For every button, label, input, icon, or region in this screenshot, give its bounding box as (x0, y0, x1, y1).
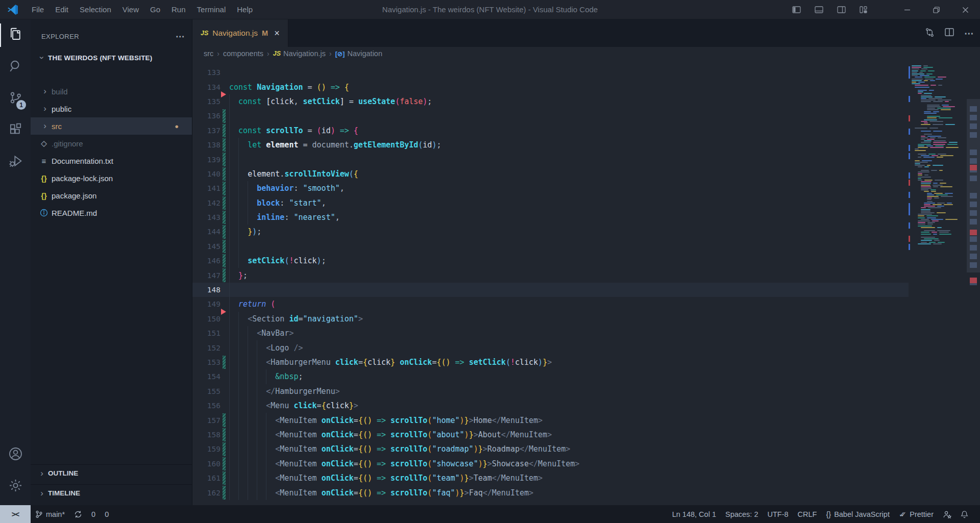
close-button[interactable] (951, 0, 980, 19)
status-sync-button[interactable] (69, 505, 87, 523)
menu-item-selection[interactable]: Selection (74, 0, 117, 19)
code-line-159[interactable]: 159 <MenuItem onClick={() => scrollTo("r… (192, 442, 909, 456)
line-number[interactable]: 136 (192, 112, 220, 120)
line-number[interactable]: 152 (192, 344, 220, 352)
line-number[interactable]: 145 (192, 242, 220, 251)
status-remote-button[interactable]: >< (0, 505, 31, 523)
menu-item-terminal[interactable]: Terminal (191, 0, 232, 19)
tree-item-package-json[interactable]: {}package.json (31, 187, 192, 204)
activity-accounts-button[interactable] (0, 439, 31, 470)
status-feedback[interactable] (938, 505, 956, 523)
line-number[interactable]: 158 (192, 431, 220, 439)
code-line-158[interactable]: 158 <MenuItem onClick={() => scrollTo("a… (192, 428, 909, 442)
line-number[interactable]: 138 (192, 141, 220, 149)
code-line-141[interactable]: 141 behavior: "smooth", (192, 181, 909, 195)
status-formatter[interactable]: ✓✓Prettier (894, 505, 938, 523)
line-number[interactable]: 150 (192, 315, 220, 323)
outline-section-header[interactable]: › OUTLINE (31, 464, 192, 482)
status-language-mode[interactable]: {}Babel JavaScript (821, 505, 894, 523)
line-number[interactable]: 143 (192, 213, 220, 221)
tree-item-public[interactable]: ›public (31, 100, 192, 117)
toggle-secondary-sidebar-icon[interactable] (834, 2, 849, 17)
menu-item-view[interactable]: View (117, 0, 144, 19)
status-indentation[interactable]: Spaces: 2 (721, 505, 763, 523)
breadcrumb-src[interactable]: src (204, 49, 213, 58)
customize-layout-icon[interactable] (856, 2, 871, 17)
line-number[interactable]: 135 (192, 97, 220, 106)
code-line-153[interactable]: 153 <HamburgerMenu click={click} onClick… (192, 355, 909, 369)
status-branch-button[interactable]: main* (31, 505, 69, 523)
breadcrumb-navigation-js[interactable]: JSNavigation.js (273, 49, 326, 58)
line-number[interactable]: 133 (192, 68, 220, 77)
menu-item-file[interactable]: File (26, 0, 50, 19)
code-line-142[interactable]: 142 block: "start", (192, 196, 909, 210)
activity-explorer-button[interactable] (0, 19, 31, 51)
open-changes-icon[interactable] (925, 28, 935, 39)
code-line-134[interactable]: 134const Navigation = () => { (192, 80, 909, 94)
code-line-148[interactable]: 148 (192, 283, 909, 297)
line-number[interactable]: 160 (192, 460, 220, 468)
activity-source-control-button[interactable]: 1 (0, 83, 31, 114)
status-eol[interactable]: CRLF (793, 505, 822, 523)
line-number[interactable]: 144 (192, 228, 220, 236)
line-number[interactable]: 147 (192, 271, 220, 280)
line-number[interactable]: 161 (192, 474, 220, 482)
code-line-139[interactable]: 139 (192, 152, 909, 166)
line-number[interactable]: 159 (192, 445, 220, 453)
code-line-143[interactable]: 143 inline: "nearest", (192, 210, 909, 225)
activity-settings-button[interactable] (0, 470, 31, 502)
code-line-151[interactable]: 151 <NavBar> (192, 326, 909, 340)
line-number[interactable]: 149 (192, 300, 220, 308)
code-line-154[interactable]: 154 &nbsp; (192, 369, 909, 384)
code-line-150[interactable]: 150 <Section id="navigation"> (192, 312, 909, 326)
minimap[interactable] (909, 64, 967, 248)
line-number[interactable]: 139 (192, 156, 220, 164)
line-number[interactable]: 154 (192, 372, 220, 381)
code-line-156[interactable]: 156 <Menu click={click}> (192, 399, 909, 413)
line-number[interactable]: 153 (192, 358, 220, 366)
status-cursor-position[interactable]: Ln 148, Col 1 (668, 505, 721, 523)
tree-item-package-lock-json[interactable]: {}package-lock.json (31, 169, 192, 187)
code-line-135[interactable]: 135 const [click, setClick] = useState(f… (192, 94, 909, 109)
code-line-137[interactable]: 137 const scrollTo = (id) => { (192, 123, 909, 138)
status-warnings-button[interactable]: 0 (100, 505, 113, 523)
activity-extensions-button[interactable] (0, 114, 31, 146)
menu-item-go[interactable]: Go (144, 0, 166, 19)
line-number[interactable]: 155 (192, 387, 220, 395)
tree-item-src[interactable]: ›src● (31, 117, 192, 135)
line-number[interactable]: 151 (192, 329, 220, 337)
tree-item-build[interactable]: ›build (31, 83, 192, 100)
line-number[interactable]: 162 (192, 489, 220, 497)
line-number[interactable]: 140 (192, 170, 220, 178)
menu-item-run[interactable]: Run (166, 0, 191, 19)
menu-item-edit[interactable]: Edit (50, 0, 74, 19)
line-number[interactable]: 146 (192, 257, 220, 265)
code-line-149[interactable]: 149 return ( (192, 297, 909, 311)
activity-search-button[interactable] (0, 51, 31, 83)
line-number[interactable]: 157 (192, 416, 220, 425)
code-line-155[interactable]: 155 </HamburgerMenu> (192, 384, 909, 399)
code-line-133[interactable]: 133 (192, 65, 909, 80)
code-line-138[interactable]: 138 let element = document.getElementByI… (192, 138, 909, 152)
status-encoding[interactable]: UTF-8 (763, 505, 793, 523)
project-root-row[interactable]: › THE WEIRDOS (NFT WEBSITE) (31, 49, 192, 66)
code-line-161[interactable]: 161 <MenuItem onClick={() => scrollTo("t… (192, 471, 909, 485)
breadcrumb-navigation[interactable]: [⊘]Navigation (335, 49, 382, 58)
split-editor-icon[interactable] (945, 28, 954, 38)
code-line-140[interactable]: 140 element.scrollIntoView({ (192, 167, 909, 181)
explorer-more-actions-icon[interactable]: ⋯ (176, 31, 185, 42)
status-notifications[interactable] (956, 505, 973, 523)
menu-item-help[interactable]: Help (231, 0, 258, 19)
code-line-145[interactable]: 145 (192, 239, 909, 254)
tab-close-icon[interactable]: × (274, 28, 280, 39)
toggle-panel-icon[interactable] (811, 2, 826, 17)
line-number[interactable]: 148 (192, 286, 220, 294)
line-number[interactable]: 156 (192, 402, 220, 410)
line-number[interactable]: 141 (192, 184, 220, 192)
breadcrumb-components[interactable]: components (223, 49, 263, 58)
code-line-152[interactable]: 152 <Logo /> (192, 340, 909, 355)
code-line-162[interactable]: 162 <MenuItem onClick={() => scrollTo("f… (192, 485, 909, 500)
status-errors-button[interactable]: 0 (87, 505, 100, 523)
restore-button[interactable] (922, 0, 951, 19)
code-line-160[interactable]: 160 <MenuItem onClick={() => scrollTo("s… (192, 457, 909, 471)
